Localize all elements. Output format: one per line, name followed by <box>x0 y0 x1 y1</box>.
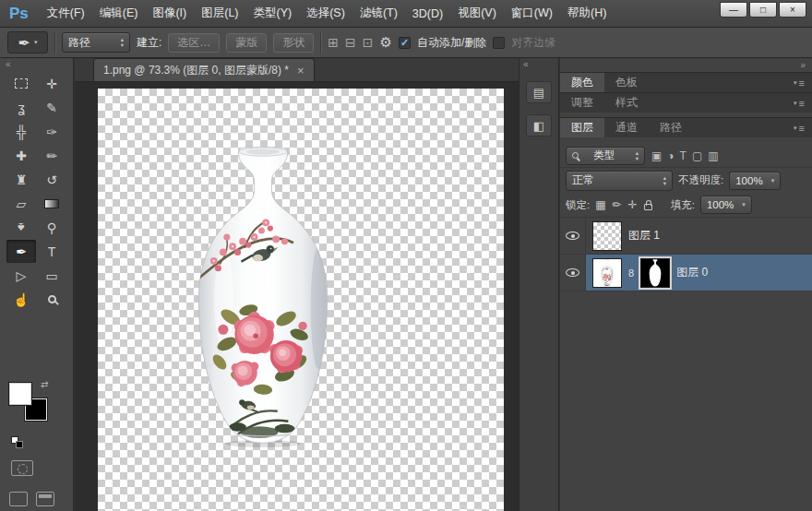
make-selection-button[interactable]: 选区… <box>168 33 220 53</box>
layer-filter-kind-dropdown[interactable]: 类型 ▴▾ <box>566 147 645 165</box>
blend-mode-dropdown[interactable]: 正常 ▴▾ <box>566 171 673 191</box>
tool-gradient[interactable] <box>37 192 66 215</box>
tool-zoom[interactable] <box>37 288 66 311</box>
properties-panel-icon[interactable]: ◧ <box>526 114 552 137</box>
tool-type[interactable]: T <box>37 240 66 263</box>
menu-edit[interactable]: 编辑(E) <box>92 0 146 27</box>
lock-pixels-icon[interactable]: ✏ <box>613 198 622 211</box>
tool-clone-stamp[interactable]: ♜ <box>6 168 36 191</box>
document-tab[interactable]: 1.png @ 73.3% (图层 0, 图层蒙版/8) * × <box>93 58 315 81</box>
tools-grid: ✛ ʓ ✎ ╬ ✑ ✚ ✏ ♜ ↺ ▱ ♠ ⚲ ✒ T ▷ ▭ ☝ <box>0 72 73 311</box>
make-mask-button[interactable]: 蒙版 <box>226 33 267 53</box>
make-shape-button[interactable]: 形状 <box>273 33 314 53</box>
filter-adjustment-layers-icon[interactable]: ◑ <box>667 149 674 162</box>
menu-select[interactable]: 选择(S) <box>299 0 352 27</box>
menu-window[interactable]: 窗口(W) <box>504 0 560 27</box>
screen-mode-full-button[interactable] <box>36 492 54 506</box>
filter-smart-object-icon[interactable]: ▥ <box>708 149 718 162</box>
menu-3d[interactable]: 3D(D) <box>405 0 450 27</box>
auto-add-delete-checkbox[interactable]: ✓ <box>399 37 411 49</box>
tab-close-icon[interactable]: × <box>297 64 304 77</box>
filter-pixel-layers-icon[interactable]: ▣ <box>651 149 662 162</box>
panel-menu-icon[interactable]: ▾≡ <box>794 73 812 92</box>
lock-all-icon[interactable] <box>644 204 652 210</box>
screen-mode-standard-button[interactable] <box>9 492 28 506</box>
gear-icon[interactable]: ⚙ <box>380 34 392 51</box>
lock-position-icon[interactable]: ✛ <box>628 198 638 211</box>
maximize-button[interactable]: □ <box>749 2 777 18</box>
tool-pen[interactable]: ✒ <box>6 240 36 263</box>
menu-filter[interactable]: 滤镜(T) <box>352 0 405 27</box>
path-arrangement-icon[interactable]: ⊡ <box>363 35 374 50</box>
menu-file[interactable]: 文件(F) <box>40 0 92 27</box>
tab-styles[interactable]: 样式 <box>604 93 649 113</box>
minimize-button[interactable]: — <box>720 2 747 18</box>
panel-menu-icon[interactable]: ▾≡ <box>794 118 812 137</box>
tab-color[interactable]: 颜色 <box>560 73 604 92</box>
move-icon: ✛ <box>46 77 57 91</box>
tool-preset-picker[interactable]: ✒ ▾ <box>7 31 48 53</box>
tool-eraser[interactable]: ▱ <box>6 192 36 215</box>
visibility-cell[interactable] <box>560 218 586 254</box>
visibility-cell[interactable] <box>560 255 586 291</box>
layer-mask-link-icon[interactable]: 8 <box>628 267 634 279</box>
layer-row-1[interactable]: 图层 1 <box>560 218 812 255</box>
default-colors-icon[interactable] <box>11 436 26 449</box>
dock-collapse-chevron-icon[interactable]: » <box>560 58 812 72</box>
panel-menu-icon[interactable]: ▾≡ <box>794 93 812 113</box>
history-panel-icon[interactable]: ▤ <box>526 81 552 103</box>
tab-adjustments[interactable]: 调整 <box>560 93 604 113</box>
tool-rectangular-marquee[interactable] <box>6 72 36 95</box>
canvas[interactable] <box>98 89 504 511</box>
menu-image[interactable]: 图像(I) <box>145 0 194 27</box>
tool-hand[interactable]: ☝ <box>6 288 36 311</box>
tab-channels[interactable]: 通道 <box>604 118 649 137</box>
path-operations-icon[interactable]: ⊞ <box>328 35 339 50</box>
eye-icon[interactable] <box>566 232 579 240</box>
path-alignment-icon[interactable]: ⊟ <box>345 35 356 50</box>
layer-filter-icons: ▣ ◑ T ▢ ▥ <box>651 149 719 162</box>
menu-layer[interactable]: 图层(L) <box>194 0 245 27</box>
dock-expand-chevron-icon[interactable]: « <box>519 58 558 70</box>
tab-swatches[interactable]: 色板 <box>604 73 649 92</box>
fill-field[interactable]: 100% ▾ <box>700 196 752 214</box>
filter-type-layers-icon[interactable]: T <box>680 149 687 162</box>
updown-arrows-icon: ▴▾ <box>636 150 639 161</box>
foreground-color-swatch[interactable] <box>9 383 31 405</box>
tool-healing-brush[interactable]: ✚ <box>6 144 36 167</box>
align-edges-label: 对齐边缘 <box>511 35 555 51</box>
filter-shape-layers-icon[interactable]: ▢ <box>692 149 702 162</box>
tool-crop[interactable]: ╬ <box>6 120 36 143</box>
tool-path-selection[interactable]: ▷ <box>6 264 36 287</box>
tool-brush[interactable]: ✏ <box>37 144 66 167</box>
tool-eyedropper[interactable]: ✑ <box>37 120 66 143</box>
layer-mask-thumbnail[interactable] <box>640 258 670 288</box>
tool-quick-selection[interactable]: ✎ <box>37 96 66 119</box>
opacity-field[interactable]: 100% ▾ <box>729 172 781 190</box>
tool-history-brush[interactable]: ↺ <box>37 168 66 191</box>
quick-mask-button[interactable] <box>11 460 33 476</box>
layer-thumbnail-transparent[interactable] <box>592 221 622 251</box>
tool-move[interactable]: ✛ <box>37 72 66 95</box>
lock-transparency-icon[interactable]: ▦ <box>595 198 605 211</box>
pen-mode-dropdown[interactable]: 路径 ▴▾ <box>62 32 130 53</box>
tab-layers[interactable]: 图层 <box>560 118 604 137</box>
tool-dodge[interactable]: ⚲ <box>37 216 66 239</box>
close-button[interactable]: × <box>779 2 806 18</box>
make-label: 建立: <box>137 35 161 51</box>
tool-shape[interactable]: ▭ <box>37 264 66 287</box>
layer-name[interactable]: 图层 1 <box>628 228 660 244</box>
tool-blur[interactable]: ♠ <box>6 216 36 239</box>
tool-lasso[interactable]: ʓ <box>6 96 36 119</box>
eye-icon[interactable] <box>566 268 579 277</box>
layer-row-0[interactable]: 8 图层 0 <box>560 255 812 291</box>
tools-collapse-chevron-icon[interactable]: « <box>0 58 73 70</box>
menu-type[interactable]: 类型(Y) <box>246 0 300 27</box>
tab-paths[interactable]: 路径 <box>649 118 693 137</box>
menu-view[interactable]: 视图(V) <box>450 0 504 27</box>
menu-help[interactable]: 帮助(H) <box>560 0 614 27</box>
layer-name[interactable]: 图层 0 <box>676 265 708 280</box>
layer-thumbnail-image[interactable] <box>592 258 622 288</box>
align-edges-checkbox[interactable] <box>493 37 505 49</box>
swap-colors-icon[interactable]: ⇄ <box>41 379 48 389</box>
